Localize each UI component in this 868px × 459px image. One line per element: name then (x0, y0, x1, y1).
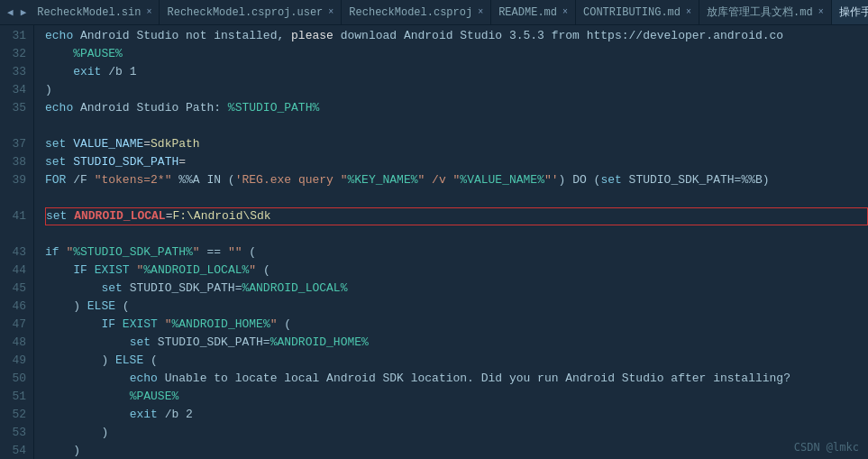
tab-fangku[interactable]: 放库管理工具文档.md × (699, 0, 832, 25)
tab-CONTRIBUTING[interactable]: CONTRIBUTING.md × (576, 0, 699, 25)
tab-label: 操作手册. (839, 5, 868, 20)
code-line-37: set VALUE_NAME=SdkPath (45, 135, 868, 153)
code-line-44: IF EXIST "%ANDROID_LOCAL%" ( (45, 262, 868, 280)
code-line-40 (45, 189, 868, 207)
code-line-41: set ANDROID_LOCAL=F:\Android\Sdk (45, 207, 868, 225)
close-icon[interactable]: × (478, 7, 483, 17)
code-area: 31 32 33 34 35 37 38 39 41 43 44 45 46 4… (0, 25, 868, 459)
code-line-54: ) (45, 442, 868, 459)
tab-bar: ◀ ▶ RecheckModel.sin × RecheckModel.cspr… (0, 0, 868, 25)
tab-README[interactable]: README.md × (491, 0, 576, 25)
tab-label: CONTRIBUTING.md (583, 6, 681, 19)
code-line-49: ) ELSE ( (45, 352, 868, 370)
close-icon[interactable]: × (686, 7, 691, 17)
code-line-31: echo Android Studio not installed, pleas… (45, 27, 868, 45)
code-line-52: exit /b 2 (45, 406, 868, 424)
close-icon[interactable]: × (562, 7, 568, 17)
code-line-35: echo Android Studio Path: %STUDIO_PATH% (45, 99, 868, 117)
code-line-45: set STUDIO_SDK_PATH=%ANDROID_LOCAL% (45, 280, 868, 298)
tab-label: RecheckModel.sin (37, 6, 141, 19)
tab-label: 放库管理工具文档.md (707, 5, 813, 20)
close-icon[interactable]: × (328, 7, 333, 17)
code-line-34: ) (45, 81, 868, 99)
tab-RecheckModel-csproj[interactable]: RecheckModel.csproj × (342, 0, 491, 25)
code-line-50: echo Unable to locate local Android SDK … (45, 370, 868, 388)
code-line-43: if "%STUDIO_SDK_PATH%" == "" ( (45, 243, 868, 262)
tab-RecheckModel-sin[interactable]: RecheckModel.sin × (30, 0, 160, 25)
code-line-36 (45, 117, 868, 135)
code-line-42 (45, 225, 868, 243)
tab-caozuo[interactable]: 操作手册. × (832, 0, 868, 25)
code-line-38: set STUDIO_SDK_PATH= (45, 153, 868, 171)
watermark: CSDN @lmkc (794, 441, 859, 454)
line-numbers: 31 32 33 34 35 37 38 39 41 43 44 45 46 4… (0, 25, 34, 459)
code-line-46: ) ELSE ( (45, 298, 868, 316)
tab-label: RecheckModel.csproj (349, 6, 472, 19)
code-line-33: exit /b 1 (45, 63, 868, 81)
tab-label: RecheckModel.csproj.user (167, 6, 323, 19)
code-line-39: FOR /F "tokens=2*" %%A IN ('REG.exe quer… (45, 171, 868, 189)
code-line-51: %PAUSE% (45, 388, 868, 406)
code-line-32: %PAUSE% (45, 45, 868, 63)
tab-RecheckModel-csproj-user[interactable]: RecheckModel.csproj.user × (160, 0, 342, 25)
code-line-47: IF EXIST "%ANDROID_HOME%" ( (45, 316, 868, 334)
code-line-53: ) (45, 424, 868, 442)
tab-nav-prev[interactable]: ◀ (4, 6, 17, 18)
close-icon[interactable]: × (818, 7, 824, 17)
code-content[interactable]: echo Android Studio not installed, pleas… (34, 25, 868, 459)
close-icon[interactable]: × (146, 7, 151, 17)
tab-nav-next[interactable]: ▶ (17, 6, 31, 18)
code-line-48: set STUDIO_SDK_PATH=%ANDROID_HOME% (45, 334, 868, 352)
tab-label: README.md (498, 6, 557, 19)
